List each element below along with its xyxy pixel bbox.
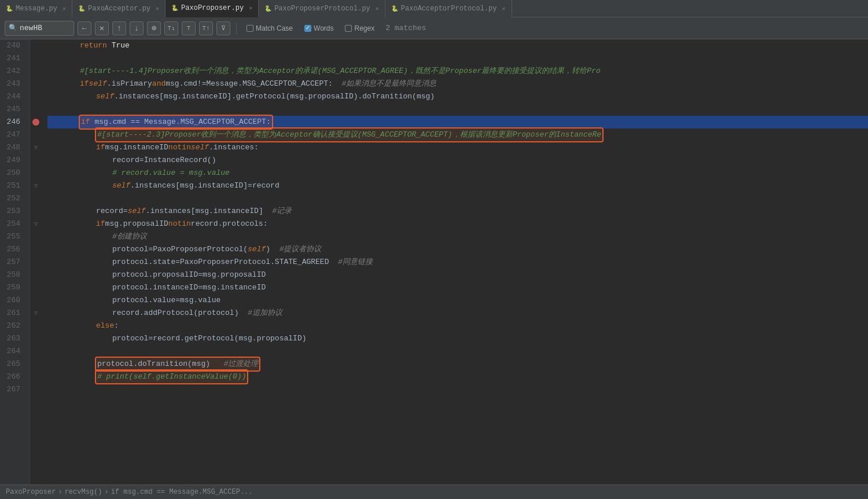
match-case-checkbox	[247, 25, 253, 32]
gutter-line-263: 263	[0, 332, 25, 345]
code-line-243: if self.isPrimary and msg.cmd != Message…	[47, 78, 868, 90]
code-line-247: #[start----2.3]Proposer收到一个消息，类型为Accepto…	[47, 129, 868, 141]
icon-261: ▽	[30, 307, 42, 320]
python-icon: 🐍	[391, 5, 398, 12]
icon-246	[30, 116, 42, 129]
expand-button[interactable]: ⊕	[147, 21, 161, 35]
gutter-line-267: 267	[0, 383, 25, 396]
next-match-button[interactable]: ↑	[112, 21, 126, 35]
search-box-246: if msg.cmd == Message.MSG_ACCEPTOR_ACCEP…	[80, 116, 272, 129]
python-icon: 🐍	[78, 5, 85, 12]
divider	[236, 23, 237, 34]
regex-checkbox	[345, 25, 352, 32]
fold-icon-254[interactable]: ▽	[34, 221, 38, 228]
prev-match-button[interactable]: ←	[78, 21, 91, 35]
filter-button2[interactable]: ⊤	[182, 21, 196, 35]
fold-icon-251[interactable]: ▽	[34, 182, 38, 189]
code-line-256: protocol = PaxoProposerProtocol( self ) …	[47, 243, 868, 256]
python-icon: 🐍	[264, 5, 271, 12]
tab-label: PaxoAcceptorProtocol.py	[401, 5, 497, 13]
tab-paxoacceptorprotocol-py[interactable]: 🐍 PaxoAcceptorProtocol.py ✕	[385, 0, 512, 17]
code-line-254: if msg.proposalID not in record.protocol…	[47, 218, 868, 230]
icon-257	[30, 256, 42, 269]
words-checkbox	[304, 25, 311, 32]
icon-263	[30, 332, 42, 345]
code-line-258: protocol.proposalID = msg.proposalID	[47, 269, 868, 281]
icon-248: ▽	[30, 141, 42, 154]
gutter-line-248: 248	[0, 141, 25, 154]
filter-options-button[interactable]: ⊽	[216, 21, 230, 35]
code-line-250: # record.value = msg.value	[47, 167, 868, 179]
gutter-line-250: 250	[0, 167, 25, 179]
tab-close-icon[interactable]: ✕	[502, 5, 505, 12]
search-bar: 🔍 ← ✕ ↑ ↓ ⊕ ⊤₁ ⊤ ⊤↑ ⊽ Match Case Words R…	[0, 17, 868, 39]
code-line-252	[47, 192, 868, 205]
gutter-line-242: 242	[0, 65, 25, 78]
icon-249	[30, 154, 42, 167]
fold-icon-248[interactable]: ▽	[34, 144, 38, 151]
tab-close-icon[interactable]: ✕	[376, 5, 379, 12]
code-line-246: if msg.cmd == Message.MSG_ACCEPTOR_ACCEP…	[47, 116, 868, 129]
icon-251: ▽	[30, 179, 42, 192]
match-case-label: Match Case	[256, 24, 293, 32]
code-line-267	[47, 383, 868, 396]
search-input[interactable]	[20, 24, 66, 32]
icon-265	[30, 358, 42, 370]
prev-match-btn2[interactable]: ↓	[130, 21, 144, 35]
gutter-line-259: 259	[0, 281, 25, 294]
tab-paxoacceptor-py[interactable]: 🐍 PaxoAcceptor.py ✕	[72, 0, 165, 17]
gutter-line-243: 243	[0, 78, 25, 90]
code-line-263: protocol = record.getProtocol(msg.propos…	[47, 332, 868, 345]
code-line-240: return True	[47, 39, 868, 52]
clear-search-button[interactable]: ✕	[95, 21, 109, 35]
code-line-259: protocol.instanceID = msg.instanceID	[47, 281, 868, 294]
icon-262	[30, 320, 42, 332]
gutter-line-258: 258	[0, 269, 25, 281]
tab-paxoproposerprotocol-py[interactable]: 🐍 PaxoProposerProtocol.py ✕	[259, 0, 385, 17]
code-line-260: protocol.value = msg.value	[47, 294, 868, 307]
filter-button3[interactable]: ⊤↑	[199, 21, 213, 35]
breadcrumb-arrow-2: ›	[104, 488, 108, 496]
words-button[interactable]: Words	[300, 21, 337, 35]
gutter-line-254: 254	[0, 218, 25, 230]
filter-button[interactable]: ⊤₁	[164, 21, 178, 35]
icon-244	[30, 90, 42, 103]
icon-243	[30, 78, 42, 90]
tab-label: PaxoAcceptor.py	[88, 5, 150, 13]
tab-label: PaxoProposerProtocol.py	[274, 5, 370, 13]
regex-label: Regex	[354, 24, 374, 32]
breadcrumb-2: recvMsg()	[65, 488, 102, 496]
breadcrumb-1: PaxoProposer	[6, 488, 56, 496]
gutter-line-260: 260	[0, 294, 25, 307]
gutter-line-241: 241	[0, 52, 25, 65]
code-line-249: record = InstanceRecord()	[47, 154, 868, 167]
tab-paxoproposer-py[interactable]: 🐍 PaxoProposer.py ✕	[165, 0, 259, 17]
icon-254: ▽	[30, 218, 42, 230]
tab-close-icon[interactable]: ✕	[62, 5, 66, 12]
icon-242	[30, 65, 42, 78]
code-line-262: else:	[47, 320, 868, 332]
gutter-line-253: 253	[0, 205, 25, 218]
match-case-button[interactable]: Match Case	[242, 21, 297, 35]
gutter-line-264: 264	[0, 345, 25, 358]
code-line-248: if msg.instanceID not in self.instances:	[47, 141, 868, 154]
gutter-line-266: 266	[0, 370, 25, 383]
breakpoint-246	[32, 119, 39, 126]
gutter-line-252: 252	[0, 192, 25, 205]
search-input-wrapper[interactable]: 🔍	[5, 21, 74, 36]
code-area[interactable]: return True #[start----1.4]Proposer收到一个消…	[42, 39, 868, 485]
regex-button[interactable]: Regex	[341, 21, 378, 35]
keyword-return: return	[80, 39, 107, 52]
tab-close-icon[interactable]: ✕	[156, 5, 159, 12]
code-line-257: protocol.state = PaxoProposerProtocol.ST…	[47, 256, 868, 269]
code-line-264	[47, 345, 868, 358]
code-line-255: #创建协议	[47, 230, 868, 243]
fold-icon-261[interactable]: ▽	[34, 310, 38, 317]
tab-close-icon[interactable]: ✕	[249, 5, 252, 12]
status-bar: PaxoProposer › recvMsg() › if msg.cmd ==…	[0, 485, 868, 499]
breadcrumb-3: if msg.cmd == Message.MSG_ACCEP...	[111, 488, 253, 496]
search-box-247: #[start----2.3]Proposer收到一个消息，类型为Accepto…	[96, 129, 602, 141]
search-icon: 🔍	[9, 24, 17, 32]
tab-message-py[interactable]: 🐍 Message.py ✕	[0, 0, 72, 17]
icon-240	[30, 39, 42, 52]
